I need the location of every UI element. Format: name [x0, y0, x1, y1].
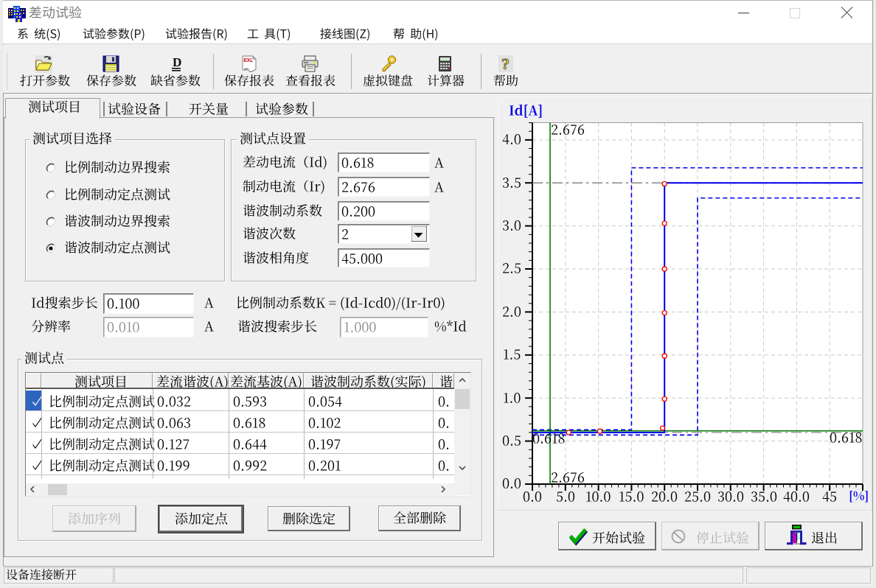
- svg-text:EXL: EXL: [244, 57, 254, 63]
- svg-text:D: D: [173, 55, 181, 69]
- svg-text:?: ?: [501, 55, 510, 73]
